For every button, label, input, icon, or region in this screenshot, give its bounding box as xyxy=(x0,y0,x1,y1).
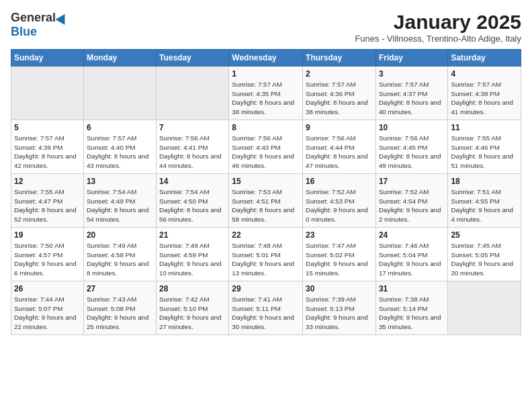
calendar-subtitle: Funes - Villnoess, Trentino-Alto Adige, … xyxy=(355,34,521,44)
week-row-3: 12Sunrise: 7:55 AM Sunset: 4:47 PM Dayli… xyxy=(11,174,521,228)
header-row: SundayMondayTuesdayWednesdayThursdayFrid… xyxy=(11,50,521,66)
day-info: Sunrise: 7:57 AM Sunset: 4:37 PM Dayligh… xyxy=(379,80,445,117)
day-cell: 22Sunrise: 7:48 AM Sunset: 5:01 PM Dayli… xyxy=(229,228,303,281)
day-cell: 20Sunrise: 7:49 AM Sunset: 4:58 PM Dayli… xyxy=(83,228,156,281)
day-info: Sunrise: 7:49 AM Sunset: 4:59 PM Dayligh… xyxy=(159,241,226,278)
day-info: Sunrise: 7:38 AM Sunset: 5:14 PM Dayligh… xyxy=(379,295,445,332)
day-cell: 4Sunrise: 7:57 AM Sunset: 4:38 PM Daylig… xyxy=(448,66,521,120)
day-info: Sunrise: 7:41 AM Sunset: 5:11 PM Dayligh… xyxy=(232,295,300,332)
day-number: 31 xyxy=(379,284,445,293)
logo-general-text: General xyxy=(11,11,56,25)
day-info: Sunrise: 7:57 AM Sunset: 4:35 PM Dayligh… xyxy=(232,80,300,117)
day-info: Sunrise: 7:39 AM Sunset: 5:13 PM Dayligh… xyxy=(306,295,373,332)
day-number: 27 xyxy=(87,284,153,293)
day-number: 18 xyxy=(451,177,518,186)
day-info: Sunrise: 7:45 AM Sunset: 5:05 PM Dayligh… xyxy=(451,241,518,278)
day-number: 4 xyxy=(451,69,518,79)
day-cell: 15Sunrise: 7:53 AM Sunset: 4:51 PM Dayli… xyxy=(229,174,303,228)
day-cell xyxy=(448,281,521,335)
week-row-1: 1Sunrise: 7:57 AM Sunset: 4:35 PM Daylig… xyxy=(11,66,521,120)
day-info: Sunrise: 7:56 AM Sunset: 4:41 PM Dayligh… xyxy=(159,134,226,171)
day-number: 6 xyxy=(87,123,153,132)
day-number: 14 xyxy=(159,177,226,186)
day-number: 19 xyxy=(14,230,81,240)
title-block: January 2025 Funes - Villnoess, Trentino… xyxy=(355,11,521,44)
day-info: Sunrise: 7:57 AM Sunset: 4:38 PM Dayligh… xyxy=(451,80,518,117)
day-cell: 11Sunrise: 7:55 AM Sunset: 4:46 PM Dayli… xyxy=(448,120,521,174)
day-cell: 19Sunrise: 7:50 AM Sunset: 4:57 PM Dayli… xyxy=(11,228,84,281)
day-cell: 21Sunrise: 7:49 AM Sunset: 4:59 PM Dayli… xyxy=(156,228,228,281)
day-cell: 29Sunrise: 7:41 AM Sunset: 5:11 PM Dayli… xyxy=(229,281,303,335)
day-info: Sunrise: 7:47 AM Sunset: 5:02 PM Dayligh… xyxy=(306,241,373,278)
day-number: 23 xyxy=(306,230,373,240)
day-cell: 16Sunrise: 7:52 AM Sunset: 4:53 PM Dayli… xyxy=(303,174,376,228)
week-row-5: 26Sunrise: 7:44 AM Sunset: 5:07 PM Dayli… xyxy=(11,281,521,335)
calendar-table: SundayMondayTuesdayWednesdayThursdayFrid… xyxy=(11,49,521,335)
logo-triangle-icon xyxy=(56,11,70,24)
calendar-title: January 2025 xyxy=(355,11,521,34)
day-cell: 7Sunrise: 7:56 AM Sunset: 4:41 PM Daylig… xyxy=(156,120,228,174)
day-cell: 28Sunrise: 7:42 AM Sunset: 5:10 PM Dayli… xyxy=(156,281,228,335)
day-info: Sunrise: 7:56 AM Sunset: 4:44 PM Dayligh… xyxy=(306,134,373,171)
day-number: 10 xyxy=(379,123,445,132)
day-number: 30 xyxy=(306,284,373,293)
day-cell: 6Sunrise: 7:57 AM Sunset: 4:40 PM Daylig… xyxy=(83,120,156,174)
day-cell: 24Sunrise: 7:46 AM Sunset: 5:04 PM Dayli… xyxy=(375,228,447,281)
day-info: Sunrise: 7:52 AM Sunset: 4:54 PM Dayligh… xyxy=(379,187,445,224)
day-info: Sunrise: 7:55 AM Sunset: 4:46 PM Dayligh… xyxy=(451,134,518,171)
day-info: Sunrise: 7:56 AM Sunset: 4:45 PM Dayligh… xyxy=(379,134,445,171)
day-info: Sunrise: 7:52 AM Sunset: 4:53 PM Dayligh… xyxy=(306,187,373,224)
day-cell: 14Sunrise: 7:54 AM Sunset: 4:50 PM Dayli… xyxy=(156,174,228,228)
day-number: 21 xyxy=(159,230,226,240)
day-cell: 10Sunrise: 7:56 AM Sunset: 4:45 PM Dayli… xyxy=(375,120,447,174)
day-cell: 31Sunrise: 7:38 AM Sunset: 5:14 PM Dayli… xyxy=(375,281,447,335)
day-number: 29 xyxy=(232,284,300,293)
header-thursday: Thursday xyxy=(303,50,376,66)
day-info: Sunrise: 7:54 AM Sunset: 4:50 PM Dayligh… xyxy=(159,187,226,224)
day-info: Sunrise: 7:43 AM Sunset: 5:08 PM Dayligh… xyxy=(87,295,153,332)
day-info: Sunrise: 7:42 AM Sunset: 5:10 PM Dayligh… xyxy=(159,295,226,332)
day-info: Sunrise: 7:57 AM Sunset: 4:40 PM Dayligh… xyxy=(87,134,153,171)
day-cell xyxy=(156,66,228,120)
day-cell: 17Sunrise: 7:52 AM Sunset: 4:54 PM Dayli… xyxy=(375,174,447,228)
day-info: Sunrise: 7:54 AM Sunset: 4:49 PM Dayligh… xyxy=(87,187,153,224)
day-cell: 30Sunrise: 7:39 AM Sunset: 5:13 PM Dayli… xyxy=(303,281,376,335)
day-number: 7 xyxy=(159,123,226,132)
day-number: 12 xyxy=(14,177,81,186)
day-cell: 8Sunrise: 7:56 AM Sunset: 4:43 PM Daylig… xyxy=(229,120,303,174)
day-info: Sunrise: 7:57 AM Sunset: 4:39 PM Dayligh… xyxy=(14,134,81,171)
day-cell: 1Sunrise: 7:57 AM Sunset: 4:35 PM Daylig… xyxy=(229,66,303,120)
day-info: Sunrise: 7:49 AM Sunset: 4:58 PM Dayligh… xyxy=(87,241,153,278)
day-cell: 18Sunrise: 7:51 AM Sunset: 4:55 PM Dayli… xyxy=(448,174,521,228)
day-cell xyxy=(11,66,84,120)
day-cell: 5Sunrise: 7:57 AM Sunset: 4:39 PM Daylig… xyxy=(11,120,84,174)
header-wednesday: Wednesday xyxy=(229,50,303,66)
day-cell: 25Sunrise: 7:45 AM Sunset: 5:05 PM Dayli… xyxy=(448,228,521,281)
day-cell: 13Sunrise: 7:54 AM Sunset: 4:49 PM Dayli… xyxy=(83,174,156,228)
day-number: 17 xyxy=(379,177,445,186)
day-info: Sunrise: 7:57 AM Sunset: 4:36 PM Dayligh… xyxy=(306,80,373,117)
day-number: 24 xyxy=(379,230,445,240)
day-number: 1 xyxy=(232,69,300,79)
day-info: Sunrise: 7:46 AM Sunset: 5:04 PM Dayligh… xyxy=(379,241,445,278)
day-number: 28 xyxy=(159,284,226,293)
day-number: 8 xyxy=(232,123,300,132)
week-row-2: 5Sunrise: 7:57 AM Sunset: 4:39 PM Daylig… xyxy=(11,120,521,174)
day-cell xyxy=(83,66,156,120)
day-info: Sunrise: 7:53 AM Sunset: 4:51 PM Dayligh… xyxy=(232,187,300,224)
day-number: 15 xyxy=(232,177,300,186)
header-sunday: Sunday xyxy=(11,50,84,66)
day-info: Sunrise: 7:55 AM Sunset: 4:47 PM Dayligh… xyxy=(14,187,81,224)
day-number: 11 xyxy=(451,123,518,132)
logo-blue-text: Blue xyxy=(11,25,37,39)
day-number: 2 xyxy=(306,69,373,79)
day-number: 26 xyxy=(14,284,81,293)
day-number: 16 xyxy=(306,177,373,186)
day-cell: 23Sunrise: 7:47 AM Sunset: 5:02 PM Dayli… xyxy=(303,228,376,281)
header-tuesday: Tuesday xyxy=(156,50,228,66)
day-number: 20 xyxy=(87,230,153,240)
day-cell: 9Sunrise: 7:56 AM Sunset: 4:44 PM Daylig… xyxy=(303,120,376,174)
day-cell: 2Sunrise: 7:57 AM Sunset: 4:36 PM Daylig… xyxy=(303,66,376,120)
day-cell: 3Sunrise: 7:57 AM Sunset: 4:37 PM Daylig… xyxy=(375,66,447,120)
header-friday: Friday xyxy=(375,50,447,66)
